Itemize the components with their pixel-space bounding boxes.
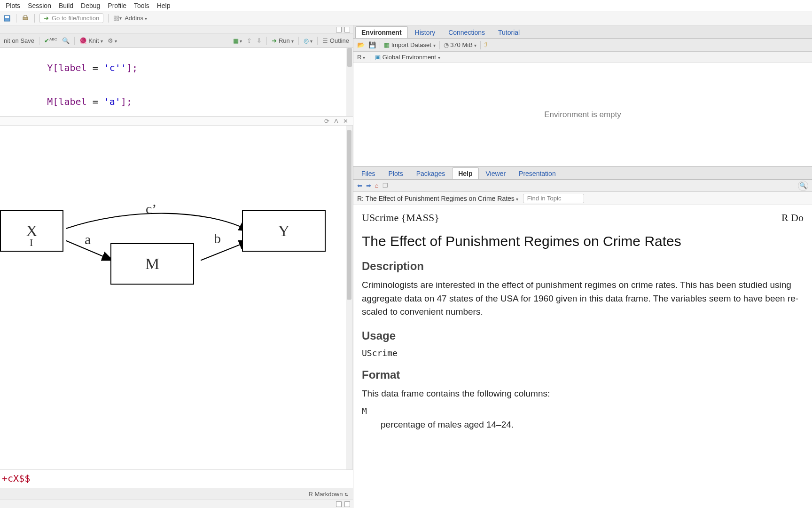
separator [439, 41, 440, 49]
help-column-desc: percentage of males aged 14–24. [381, 420, 804, 430]
print-icon[interactable] [21, 14, 30, 23]
tab-presentation[interactable]: Presentation [513, 167, 562, 179]
settings-gear-icon[interactable]: ⚙ [108, 37, 117, 44]
menu-build[interactable]: Build [55, 2, 77, 9]
help-usage-code: UScrime [362, 348, 804, 358]
separator [39, 37, 39, 45]
help-popup-icon[interactable]: ❐ [383, 182, 388, 189]
chunk-close-icon[interactable]: ✕ [343, 118, 348, 125]
tab-plots[interactable]: Plots [383, 167, 409, 179]
tab-history[interactable]: History [409, 26, 442, 38]
tab-connections[interactable]: Connections [442, 26, 491, 38]
dag-label-cprime: c’ [146, 201, 156, 217]
memory-pie-icon: ◔ [444, 41, 449, 48]
goto-arrow-icon: ➜ [44, 15, 49, 22]
menu-help[interactable]: Help [153, 2, 174, 9]
help-search-icon[interactable]: 🔍 [798, 181, 808, 191]
chunk-collapse-icon[interactable]: ⴷ [334, 118, 338, 125]
separator [34, 14, 35, 23]
separator [370, 54, 370, 61]
menu-session[interactable]: Session [24, 2, 55, 9]
open-folder-icon[interactable]: 📂 [357, 41, 365, 48]
env-lang-select[interactable]: R [357, 54, 365, 61]
help-package-title: UScrime {MASS} [362, 212, 439, 224]
svg-rect-4 [114, 16, 116, 18]
chunk-run-icon[interactable]: ⟳ [324, 118, 329, 125]
env-body: Environment is empty [353, 63, 812, 166]
separator [108, 14, 109, 23]
svg-rect-7 [117, 18, 118, 20]
knit-on-save-toggle[interactable]: nit on Save [4, 37, 34, 44]
editor-status-bar: R Markdown ⇅ [0, 488, 353, 500]
svg-rect-5 [117, 16, 118, 18]
outline-button[interactable]: ☰ Outline [322, 37, 349, 44]
addins-menu[interactable]: Addins [125, 15, 147, 22]
tab-help[interactable]: Help [452, 167, 478, 179]
find-replace-icon[interactable]: 🔍 [62, 37, 70, 44]
knit-button[interactable]: 🧶 Knit [79, 37, 103, 44]
env-toolbar: 📂 💾 ▦ Import Dataset ◔ 370 MiB ℐ [353, 39, 812, 52]
tab-files[interactable]: Files [355, 167, 382, 179]
separator [298, 37, 299, 45]
save-env-icon[interactable]: 💾 [368, 41, 376, 48]
tab-packages[interactable]: Packages [410, 167, 451, 179]
help-tabs: Files Plots Packages Help Viewer Present… [353, 167, 812, 180]
file-type-selector[interactable]: R Markdown ⇅ [308, 491, 348, 498]
help-topic-dropdown[interactable]: R: The Effect of Punishment Regimes on C… [357, 195, 518, 202]
go-prev-chunk-icon[interactable]: ⇧ [247, 37, 252, 44]
help-back-icon[interactable]: ⬅ [357, 182, 362, 189]
help-forward-icon[interactable]: ➡ [366, 182, 371, 189]
help-usage-heading: Usage [362, 329, 804, 342]
broom-clear-icon[interactable]: ℐ [484, 41, 487, 48]
knit-yarn-icon: 🧶 [79, 37, 87, 44]
maximize-pane-icon[interactable] [344, 27, 350, 32]
minimize-pane-icon[interactable] [336, 501, 342, 507]
menu-profile[interactable]: Profile [104, 2, 130, 9]
go-next-chunk-icon[interactable]: ⇩ [257, 37, 262, 44]
dag-label-a: a [85, 231, 91, 247]
spellcheck-icon[interactable]: ✔ABC [44, 37, 57, 44]
help-home-icon[interactable]: ⌂ [375, 182, 379, 189]
menu-debug[interactable]: Debug [77, 2, 104, 9]
help-format-text: This data frame contains the following c… [362, 387, 804, 401]
save-icon[interactable] [3, 14, 11, 23]
svg-rect-3 [24, 16, 27, 17]
menu-tools[interactable]: Tools [130, 2, 153, 9]
globe-icon: ▣ [375, 54, 381, 61]
help-description-text: Criminologists are interested in the eff… [362, 278, 804, 319]
code-editor[interactable]: Y[label = 'c'']; M[label = 'a']; Y[label… [0, 48, 353, 116]
inline-code-line[interactable]: +cX$$ [0, 469, 353, 488]
env-scope-bar: R ▣ Global Environment [353, 52, 812, 63]
main-menubar: Plots Session Build Debug Profile Tools … [0, 0, 812, 11]
separator [480, 41, 481, 49]
help-content[interactable]: UScrime {MASS} R Do The Effect of Punish… [353, 205, 812, 508]
separator [16, 14, 16, 23]
grid-view-icon[interactable] [113, 14, 122, 23]
dag-label-b: b [214, 230, 221, 246]
menu-plots[interactable]: Plots [2, 2, 24, 9]
main-toolbar: ➜ Go to file/function Addins [0, 11, 812, 25]
env-tabs: Environment History Connections Tutorial [353, 25, 812, 39]
goto-file-function[interactable]: ➜ Go to file/function [39, 13, 103, 23]
find-in-topic-input[interactable] [523, 194, 584, 203]
tab-viewer[interactable]: Viewer [480, 167, 512, 179]
separator [380, 41, 380, 49]
separator [74, 37, 75, 45]
editor-toolbar: nit on Save ✔ABC 🔍 🧶 Knit ⚙ ▦ ⇧ ⇩ ➜ Run [0, 34, 353, 48]
maximize-pane-icon[interactable] [344, 501, 350, 507]
editor-scrollbar[interactable] [346, 48, 353, 116]
output-scrollbar[interactable] [346, 126, 352, 469]
goto-placeholder: Go to file/function [52, 15, 99, 22]
tab-tutorial[interactable]: Tutorial [492, 26, 526, 38]
run-arrow-icon: ➜ [272, 37, 277, 44]
env-scope-select[interactable]: ▣ Global Environment [375, 54, 440, 61]
import-grid-icon: ▦ [384, 41, 390, 48]
publish-icon[interactable]: ◎ [304, 37, 312, 44]
import-dataset-menu[interactable]: ▦ Import Dataset [384, 41, 436, 48]
run-button[interactable]: ➜ Run [272, 37, 294, 44]
minimize-pane-icon[interactable] [336, 27, 342, 32]
memory-usage[interactable]: ◔ 370 MiB [444, 41, 477, 48]
tab-environment[interactable]: Environment [355, 26, 408, 38]
text-cursor-icon: I [30, 237, 33, 249]
insert-chunk-icon[interactable]: ▦ [233, 37, 242, 44]
